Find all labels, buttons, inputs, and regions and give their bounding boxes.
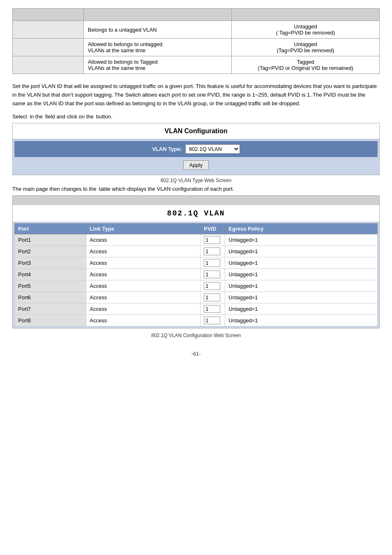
main-page-suffix: table which displays the VLAN configurat… <box>99 186 234 192</box>
vlan-802-header <box>13 196 379 205</box>
right-cell-3-line2: (Tag=PVID or Original VID be remained) <box>258 65 353 71</box>
linktype-cell-4: Access <box>86 280 201 292</box>
vlan-config-title: VLAN Configuration <box>13 123 379 139</box>
egress-cell-3: Untagged=1 <box>225 269 378 280</box>
vlan-type-row: VLAN Type: 802.1Q VLAN Port-Based VLAN <box>14 141 378 157</box>
pvid-input-4[interactable] <box>204 282 220 290</box>
port-cell-4: Port5 <box>15 280 86 292</box>
linktype-col-header: Link Type <box>86 224 201 234</box>
table-right-cell-3: Tagged (Tag=PVID or Original VID be rema… <box>231 56 379 74</box>
egress-col-header: Egress Policy <box>225 224 378 234</box>
linktype-cell-0: Access <box>86 234 201 246</box>
port-cell-1: Port2 <box>15 246 86 257</box>
table-row: Port2AccessUntagged=1 <box>15 246 378 257</box>
linktype-cell-3: Access <box>86 269 201 280</box>
linktype-cell-7: Access <box>86 315 201 326</box>
vlan-apply-row: Apply <box>14 157 378 173</box>
vlan-802-inner: Port Link Type PVID Egress Policy Port1A… <box>13 222 379 328</box>
linktype-cell-5: Access <box>86 292 201 303</box>
in-label: in the <box>30 113 43 120</box>
vlan-type-select[interactable]: 802.1Q VLAN Port-Based VLAN <box>185 144 240 154</box>
right-cell-2-line2: (Tag=PVID be removed) <box>277 47 334 53</box>
pvid-cell-2 <box>201 257 225 269</box>
pvid-input-2[interactable] <box>204 259 220 267</box>
pvid-cell-6 <box>201 303 225 315</box>
table-row: Port5AccessUntagged=1 <box>15 280 378 292</box>
egress-cell-0: Untagged=1 <box>225 234 378 246</box>
field-label: field and click on the <box>45 113 94 120</box>
main-page-prefix: The main page then changes to the <box>12 186 97 192</box>
table-right-cell-2: Untagged (Tag=PVID be removed) <box>231 39 379 56</box>
egress-cell-2: Untagged=1 <box>225 257 378 269</box>
right-cell-2-line1: Untagged <box>294 41 317 47</box>
port-cell-5: Port6 <box>15 292 86 303</box>
pvid-cell-1 <box>201 246 225 257</box>
linktype-cell-1: Access <box>86 246 201 257</box>
pvid-col-header: PVID <box>201 224 225 234</box>
table-mid-cell-3: Allowed to belongs to Tagged VLANs at th… <box>83 56 231 74</box>
table-row: Port4AccessUntagged=1 <box>15 269 378 280</box>
vlan-802-tab-2 <box>30 197 36 204</box>
port-cell-7: Port8 <box>15 315 86 326</box>
pvid-input-0[interactable] <box>204 236 220 244</box>
vlan-802-caption: 802.1Q VLAN Configuration Web Screen <box>12 333 380 338</box>
port-table: Port Link Type PVID Egress Policy Port1A… <box>14 223 378 326</box>
mid-cell-1-text: Belongs to a untagged VLAN <box>88 27 157 33</box>
pvid-input-6[interactable] <box>204 305 220 313</box>
mid-cell-3-line2: VLANs at the same time <box>88 65 145 71</box>
egress-cell-7: Untagged=1 <box>225 315 378 326</box>
pvid-cell-3 <box>201 269 225 280</box>
pvid-cell-7 <box>201 315 225 326</box>
egress-cell-4: Untagged=1 <box>225 280 378 292</box>
table-row: Port8AccessUntagged=1 <box>15 315 378 326</box>
mid-cell-2-line2: VLANs at the same time <box>88 47 145 53</box>
port-cell-6: Port7 <box>15 303 86 315</box>
table-row: Port6AccessUntagged=1 <box>15 292 378 303</box>
egress-cell-6: Untagged=1 <box>225 303 378 315</box>
pvid-input-1[interactable] <box>204 247 220 255</box>
vlan-config-caption: 802.1Q VLAN Type Web Screen <box>12 178 380 183</box>
button-label: button. <box>96 113 113 120</box>
pvid-cell-5 <box>201 292 225 303</box>
page-number: -61- <box>12 351 380 357</box>
table-left-cell-1 <box>13 21 84 39</box>
right-cell-3-line1: Tagged <box>297 59 314 65</box>
table-mid-cell-1: Belongs to a untagged VLAN <box>83 21 231 39</box>
table-right-cell-1: Untagged ( Tag=PVID be removed) <box>231 21 379 39</box>
table-row: Port3AccessUntagged=1 <box>15 257 378 269</box>
vlan-802-panel: 802.1Q VLAN Port Link Type PVID Egress P… <box>12 195 380 328</box>
vlan-802-title: 802.1Q VLAN <box>13 205 379 222</box>
pvid-input-5[interactable] <box>204 294 220 301</box>
vlan-802-tab-1 <box>16 197 22 204</box>
egress-cell-5: Untagged=1 <box>225 292 378 303</box>
pvid-input-7[interactable] <box>204 317 220 324</box>
description-text: Set the port VLAN ID that will be assign… <box>12 82 380 108</box>
select-label: Select <box>12 113 27 120</box>
port-col-header: Port <box>15 224 86 234</box>
right-cell-1-line1: Untagged <box>294 23 317 30</box>
top-info-table: Belongs to a untagged VLAN Untagged ( Ta… <box>12 8 380 74</box>
port-cell-3: Port4 <box>15 269 86 280</box>
table-mid-cell-2: Allowed to belongs to untagged VLANs at … <box>83 39 231 56</box>
table-left-cell-2 <box>13 39 84 56</box>
pvid-cell-4 <box>201 280 225 292</box>
port-cell-0: Port1 <box>15 234 86 246</box>
main-page-line: The main page then changes to the table … <box>12 186 380 192</box>
mid-cell-2-line1: Allowed to belongs to untagged <box>88 41 162 47</box>
table-row: Port7AccessUntagged=1 <box>15 303 378 315</box>
apply-button[interactable]: Apply <box>183 160 209 170</box>
vlan-config-panel: VLAN Configuration VLAN Type: 802.1Q VLA… <box>12 123 380 175</box>
pvid-cell-0 <box>201 234 225 246</box>
mid-cell-3-line1: Allowed to belongs to Tagged <box>88 59 158 65</box>
linktype-cell-6: Access <box>86 303 201 315</box>
pvid-input-3[interactable] <box>204 271 220 278</box>
select-line: Select in the field and click on the but… <box>12 113 380 120</box>
table-left-cell-3 <box>13 56 84 74</box>
egress-cell-1: Untagged=1 <box>225 246 378 257</box>
vlan-type-label: VLAN Type: <box>152 146 182 152</box>
linktype-cell-2: Access <box>86 257 201 269</box>
table-row: Port1AccessUntagged=1 <box>15 234 378 246</box>
right-cell-1-line2: ( Tag=PVID be removed) <box>276 30 335 36</box>
vlan-802-tab-3 <box>44 197 50 204</box>
port-cell-2: Port3 <box>15 257 86 269</box>
